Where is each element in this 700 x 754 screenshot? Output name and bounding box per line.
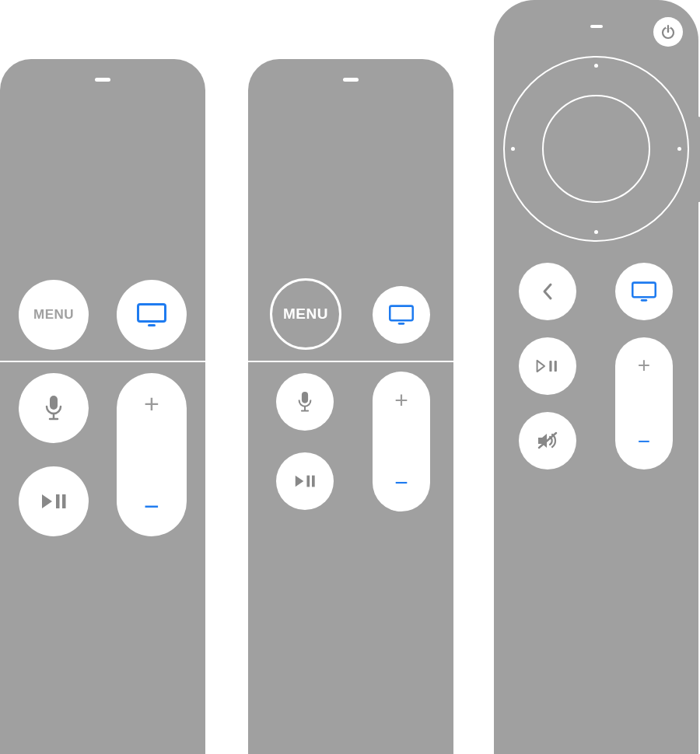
tv-icon	[137, 303, 166, 326]
tv-home-button[interactable]	[615, 263, 673, 320]
power-button[interactable]	[653, 17, 683, 47]
microphone-icon	[45, 395, 62, 421]
svg-rect-14	[306, 476, 310, 487]
svg-rect-10	[302, 392, 308, 403]
svg-rect-2	[50, 396, 58, 410]
tv-home-button[interactable]	[117, 280, 187, 350]
siri-remote-gen1: MENU + −	[0, 59, 205, 754]
siri-microphone-button[interactable]	[276, 373, 334, 431]
clickpad-dot-down	[594, 230, 598, 234]
power-icon	[660, 24, 676, 40]
svg-marker-13	[296, 476, 304, 487]
svg-rect-8	[390, 306, 412, 321]
minus-icon: −	[394, 471, 408, 494]
tv-home-button[interactable]	[373, 286, 430, 344]
clickpad-center[interactable]	[542, 95, 650, 203]
menu-button[interactable]: MENU	[270, 278, 341, 350]
volume-rocker[interactable]: + −	[117, 373, 187, 536]
svg-rect-21	[641, 299, 647, 302]
svg-rect-7	[62, 494, 66, 508]
svg-rect-9	[398, 323, 404, 325]
svg-rect-15	[312, 476, 315, 487]
svg-rect-24	[555, 361, 557, 372]
touch-surface-divider	[0, 361, 205, 362]
play-pause-button[interactable]	[519, 337, 576, 395]
play-pause-icon	[40, 493, 67, 510]
tv-icon	[632, 281, 656, 302]
indicator-light	[95, 78, 110, 82]
menu-button-label: MENU	[33, 307, 74, 323]
touch-surface-divider	[248, 361, 453, 362]
siri-side-button[interactable]	[696, 117, 700, 202]
svg-marker-5	[42, 494, 52, 508]
minus-icon: −	[638, 431, 650, 452]
tv-icon	[389, 305, 414, 325]
clickpad-dot-up	[594, 64, 598, 68]
svg-marker-22	[537, 361, 544, 372]
svg-rect-6	[56, 494, 60, 508]
indicator-light	[343, 78, 359, 82]
chevron-left-icon	[541, 282, 554, 301]
volume-rocker[interactable]: + −	[615, 337, 673, 470]
clickpad-dot-right	[677, 147, 681, 151]
plus-icon: +	[638, 354, 650, 376]
siri-remote-gen1-alt: MENU + −	[248, 59, 453, 754]
menu-button-label: MENU	[283, 305, 328, 323]
play-pause-icon	[536, 359, 559, 373]
menu-button[interactable]: MENU	[19, 280, 89, 350]
volume-rocker[interactable]: + −	[373, 372, 430, 511]
mute-button[interactable]	[519, 412, 576, 470]
microphone-icon	[298, 391, 312, 413]
indicator-light	[590, 25, 603, 28]
minus-icon: −	[144, 493, 159, 519]
remotes-diagram: MENU + − MENU	[0, 0, 700, 754]
svg-rect-23	[549, 361, 551, 372]
clickpad-dot-left	[511, 147, 515, 151]
play-pause-button[interactable]	[276, 452, 334, 510]
siri-remote-gen2: + −	[494, 0, 698, 754]
back-button[interactable]	[519, 263, 576, 320]
siri-microphone-button[interactable]	[19, 373, 89, 443]
svg-rect-1	[148, 324, 156, 326]
play-pause-button[interactable]	[19, 466, 89, 536]
svg-rect-0	[138, 305, 166, 322]
plus-icon: +	[394, 389, 408, 412]
speaker-mute-icon	[536, 431, 559, 451]
svg-rect-20	[632, 283, 655, 298]
plus-icon: +	[144, 390, 159, 417]
play-pause-icon	[294, 474, 316, 488]
